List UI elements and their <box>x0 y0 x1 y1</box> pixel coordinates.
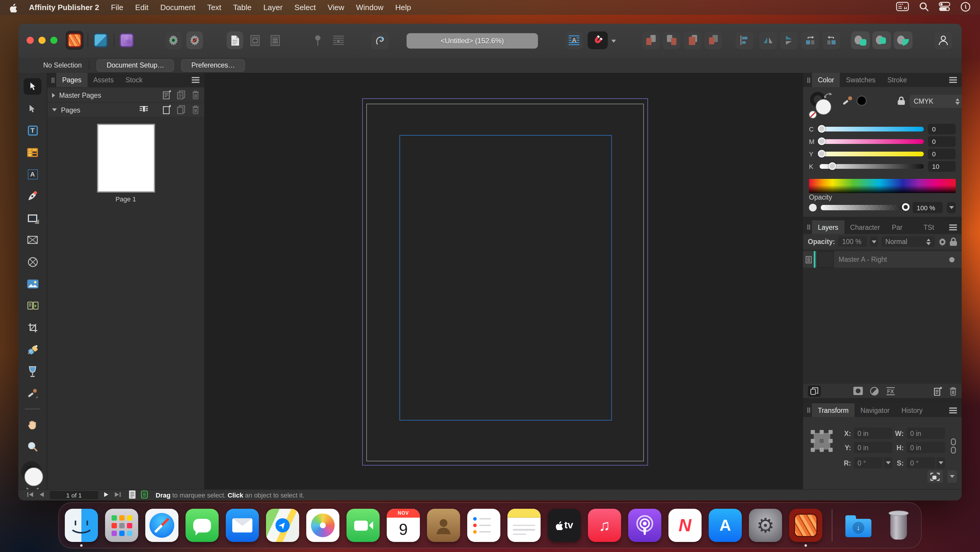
transform-panel-menu-icon[interactable] <box>949 407 957 413</box>
preflight-document-icon[interactable] <box>129 490 135 500</box>
slider-track-k[interactable] <box>819 164 924 169</box>
panel-drag-handle[interactable] <box>51 73 55 87</box>
view-single-page-button[interactable] <box>227 31 243 49</box>
menu-table[interactable]: Table <box>227 3 258 12</box>
rectangle-picture-frame-tool[interactable] <box>24 231 41 248</box>
opacity-dropdown-chevron[interactable] <box>947 202 956 213</box>
group-layers-button[interactable] <box>808 385 821 397</box>
menu-help[interactable]: Help <box>390 3 417 12</box>
slider-value-c[interactable]: 0 <box>928 123 956 134</box>
link-dimensions-icon[interactable] <box>950 438 957 455</box>
add-master-page-icon[interactable] <box>163 90 171 101</box>
dock-contacts[interactable] <box>427 509 460 542</box>
data-merge-tool[interactable] <box>24 297 41 314</box>
document-canvas[interactable] <box>205 73 802 490</box>
vector-crop-tool[interactable] <box>24 319 41 336</box>
menu-document[interactable]: Document <box>154 3 202 12</box>
picked-color-swatch[interactable] <box>856 95 867 106</box>
layer-name[interactable]: Master A - Right <box>838 256 887 263</box>
auto-correct-button[interactable] <box>165 31 182 49</box>
layers-opacity-chevron[interactable] <box>870 236 878 247</box>
blend-mode-select[interactable]: Normal <box>881 236 935 247</box>
dock-reminders[interactable] <box>467 509 500 542</box>
tab-history[interactable]: History <box>896 403 929 417</box>
dock-trash[interactable] <box>882 509 915 542</box>
tab-pages[interactable]: Pages <box>56 73 87 87</box>
fill-color-well[interactable] <box>816 99 832 115</box>
dock-affinity-publisher[interactable] <box>789 509 822 542</box>
dock-launchpad[interactable] <box>105 509 138 542</box>
page-1-thumbnail[interactable] <box>98 125 154 191</box>
artistic-text-tool[interactable]: A <box>24 166 41 182</box>
transform-field-x[interactable]: 0 in <box>854 428 892 439</box>
transform-anchor-selector[interactable] <box>811 430 833 453</box>
ellipse-picture-frame-tool[interactable] <box>24 254 41 270</box>
view-text-ellipse-button[interactable] <box>247 31 263 49</box>
fill-stroke-color-wheel[interactable] <box>19 461 46 493</box>
dock-news[interactable]: N <box>668 509 702 542</box>
color-picker-tool[interactable] <box>24 385 41 402</box>
keyboard-switcher-icon[interactable] <box>896 2 909 13</box>
snapping-magnet-button[interactable] <box>588 31 608 49</box>
dock-facetime[interactable] <box>347 509 380 542</box>
next-page-button[interactable] <box>103 491 109 499</box>
transform-field-y[interactable]: 0 in <box>854 442 892 453</box>
frame-text-tool[interactable]: T <box>24 122 41 139</box>
view-text-frame-button[interactable] <box>267 31 283 49</box>
tab-par[interactable]: Par <box>886 220 918 234</box>
color-spectrum[interactable] <box>809 179 956 193</box>
dock-app-store[interactable]: A <box>709 509 742 542</box>
slider-knob[interactable] <box>818 124 826 132</box>
tab-swatches[interactable]: Swatches <box>840 73 881 87</box>
field-dropdown-chevron[interactable] <box>883 457 892 469</box>
dock-podcasts[interactable] <box>628 509 661 542</box>
account-button[interactable] <box>934 31 952 49</box>
opacity-slider-knob[interactable] <box>902 203 910 211</box>
boolean-add-button[interactable] <box>851 31 870 49</box>
transform-field-s[interactable]: 0 ° <box>907 457 945 469</box>
last-page-button[interactable] <box>114 491 121 499</box>
slider-knob[interactable] <box>828 162 836 170</box>
publisher-persona-button[interactable] <box>66 31 83 50</box>
menu-layer[interactable]: Layer <box>258 3 288 12</box>
previous-page-button[interactable] <box>39 491 45 499</box>
dock-calendar[interactable]: NOV9 <box>387 509 420 542</box>
control-center-icon[interactable] <box>939 2 950 13</box>
slider-knob[interactable] <box>818 150 826 157</box>
pages-panel-menu-icon[interactable] <box>192 77 199 83</box>
dock-apple-tv[interactable]: tv <box>548 509 581 542</box>
node-tool[interactable] <box>24 100 41 116</box>
zoom-tool[interactable] <box>24 438 41 455</box>
close-window-button[interactable] <box>27 37 34 44</box>
photo-persona-button[interactable] <box>118 31 135 50</box>
dock-downloads[interactable]: ↓ <box>842 509 875 542</box>
tab-tst[interactable]: TSt <box>918 220 949 234</box>
duplicate-page-icon[interactable] <box>177 105 186 115</box>
fill-tool[interactable] <box>24 341 41 358</box>
layers-opacity-value[interactable]: 100 % <box>838 236 867 247</box>
layer-settings-gear-icon[interactable] <box>938 237 947 246</box>
color-panel-menu-icon[interactable] <box>949 77 957 83</box>
tab-navigator[interactable]: Navigator <box>854 403 896 417</box>
menu-text[interactable]: Text <box>201 3 227 12</box>
dock-finder[interactable] <box>65 509 98 542</box>
swap-fill-stroke-icon[interactable] <box>823 92 833 99</box>
layers-panel-menu-icon[interactable] <box>949 224 957 230</box>
snapping-options-chevron[interactable] <box>609 34 617 47</box>
rotate-clockwise-button[interactable] <box>822 31 840 49</box>
dock-system-settings[interactable]: ⚙ <box>749 509 782 542</box>
adjustment-layer-icon[interactable] <box>870 386 879 395</box>
collapse-chevron-icon[interactable] <box>52 93 55 97</box>
dock-maps[interactable] <box>266 509 299 542</box>
insert-section-icon[interactable] <box>139 105 148 115</box>
add-layer-icon[interactable] <box>934 386 942 395</box>
panel-drag-handle[interactable] <box>807 73 811 87</box>
slider-track-c[interactable] <box>819 126 924 131</box>
flip-vertical-button[interactable] <box>780 31 798 49</box>
baseline-grid-button[interactable]: A <box>565 31 583 49</box>
slider-value-m[interactable]: 0 <box>928 136 956 147</box>
expand-chevron-icon[interactable] <box>52 108 57 111</box>
view-tool[interactable] <box>24 416 41 433</box>
alignment-button[interactable] <box>736 31 753 49</box>
preferences-gear-button[interactable] <box>186 31 203 49</box>
